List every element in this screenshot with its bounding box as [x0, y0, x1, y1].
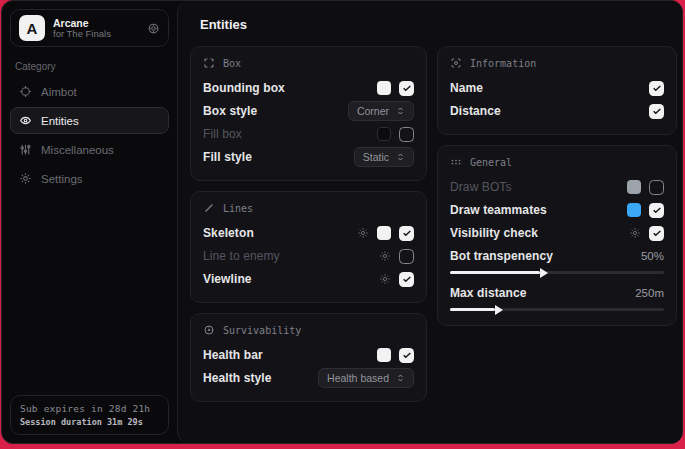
setting-label: Distance [450, 104, 641, 118]
sidebar-item-label: Entities [41, 115, 79, 127]
sidebar-item-entities[interactable]: Entities [10, 107, 169, 134]
checkbox-checked[interactable] [399, 226, 414, 241]
checkbox-checked[interactable] [649, 81, 664, 96]
chevrons-up-down-icon [396, 106, 405, 116]
sidebar-nav: Aimbot Entities [10, 78, 169, 192]
chevrons-up-down-icon [396, 152, 405, 162]
app-name: Arcane [53, 17, 139, 29]
page-title: Entities [200, 17, 677, 32]
sidebar-item-label: Aimbot [41, 86, 77, 98]
color-swatch[interactable] [377, 226, 391, 240]
radar-icon [203, 324, 215, 336]
max-distance-slider[interactable] [450, 308, 664, 311]
setting-label: Box style [203, 104, 340, 118]
checkbox-checked[interactable] [649, 104, 664, 119]
eye-scan-icon [19, 114, 32, 127]
app-subtitle: for The Finals [53, 29, 139, 40]
section-title: Lines [223, 203, 253, 214]
section-title: General [470, 157, 512, 168]
app-logo-card: A Arcane for The Finals [10, 9, 169, 47]
dropdown-value: Corner [357, 105, 389, 117]
slider-value: 50% [641, 250, 664, 262]
setting-label: Bounding box [203, 81, 369, 95]
grid-dots-icon [450, 156, 462, 168]
setting-row-bot-transparency: Bot transpenency 50% [450, 245, 664, 267]
setting-label: Bot transpenency [450, 249, 633, 263]
setting-row-distance: Distance [450, 100, 664, 122]
main-panel: Entities Box Bounding box [177, 1, 683, 443]
gear-icon[interactable] [147, 22, 160, 35]
setting-label: Skeleton [203, 226, 349, 240]
gear-icon[interactable] [379, 250, 391, 262]
chevrons-up-down-icon [396, 373, 405, 383]
box-style-dropdown[interactable]: Corner [348, 101, 414, 121]
bot-transparency-slider[interactable] [450, 271, 664, 274]
checkbox-checked[interactable] [399, 348, 414, 363]
fill-style-dropdown[interactable]: Static [354, 147, 414, 167]
gear-icon[interactable] [629, 227, 641, 239]
setting-label: Viewline [203, 272, 371, 286]
setting-label: Fill box [203, 127, 369, 141]
section-title: Information [470, 58, 536, 69]
setting-row-fill-box: Fill box [203, 123, 414, 145]
sidebar-item-label: Miscellaneous [41, 144, 114, 156]
setting-row-bounding-box: Bounding box [203, 77, 414, 99]
checkbox-checked[interactable] [649, 226, 664, 241]
information-section-card: Information Name Distance [437, 46, 677, 135]
lines-section-card: Lines Skeleton Line to enemy [190, 191, 427, 303]
app-logo: A [19, 15, 45, 41]
dropdown-value: Static [363, 151, 389, 163]
gear-icon[interactable] [357, 227, 369, 239]
setting-row-draw-bots: Draw BOTs [450, 176, 664, 198]
setting-row-box-style: Box style Corner [203, 100, 414, 122]
slider-value: 250m [635, 287, 664, 299]
health-style-dropdown[interactable]: Health based [318, 368, 414, 388]
survivability-section-card: Survivability Health bar Health style He… [190, 313, 427, 402]
setting-row-skeleton: Skeleton [203, 222, 414, 244]
sidebar-item-miscellaneous[interactable]: Miscellaneous [10, 136, 169, 163]
general-section-card: General Draw BOTs Draw teammates [437, 145, 677, 326]
setting-label: Line to enemy [203, 249, 371, 263]
setting-label: Draw BOTs [450, 180, 619, 194]
setting-label: Fill style [203, 150, 346, 164]
sliders-icon [19, 143, 32, 156]
checkbox-checked[interactable] [399, 81, 414, 96]
gear-icon[interactable] [379, 273, 391, 285]
color-swatch[interactable] [377, 81, 391, 95]
slider-thumb[interactable] [495, 305, 503, 315]
setting-row-line-to-enemy: Line to enemy [203, 245, 414, 267]
setting-label: Health style [203, 371, 310, 385]
setting-label: Max distance [450, 286, 627, 300]
sidebar-item-aimbot[interactable]: Aimbot [10, 78, 169, 105]
app-window: A Arcane for The Finals Category [1, 0, 683, 444]
dropdown-value: Health based [327, 372, 389, 384]
checkbox-checked[interactable] [649, 203, 664, 218]
setting-label: Name [450, 81, 641, 95]
checkbox-unchecked[interactable] [399, 249, 414, 264]
setting-label: Health bar [203, 348, 369, 362]
checkbox-checked[interactable] [399, 272, 414, 287]
sidebar: A Arcane for The Finals Category [2, 1, 177, 443]
crosshair-icon [19, 85, 32, 98]
section-title: Box [223, 58, 241, 69]
setting-row-draw-teammates: Draw teammates [450, 199, 664, 221]
slider-thumb[interactable] [540, 268, 548, 278]
setting-row-health-style: Health style Health based [203, 367, 414, 389]
subscription-info-card: Sub expires in 28d 21h Session duration … [10, 395, 169, 435]
setting-row-max-distance: Max distance 250m [450, 282, 664, 304]
color-swatch[interactable] [377, 127, 391, 141]
setting-label: Draw teammates [450, 203, 619, 217]
sidebar-item-label: Settings [41, 173, 83, 185]
box-section-card: Box Bounding box Box style Corner [190, 46, 427, 181]
diagonal-line-icon [203, 202, 215, 214]
color-swatch[interactable] [627, 203, 641, 217]
setting-row-visibility-check: Visibility check [450, 222, 664, 244]
info-scan-icon [450, 57, 462, 69]
checkbox-unchecked[interactable] [649, 180, 664, 195]
sidebar-item-settings[interactable]: Settings [10, 165, 169, 192]
color-swatch[interactable] [377, 348, 391, 362]
checkbox-unchecked[interactable] [399, 127, 414, 142]
setting-row-health-bar: Health bar [203, 344, 414, 366]
box-corners-icon [203, 57, 215, 69]
color-swatch[interactable] [627, 180, 641, 194]
